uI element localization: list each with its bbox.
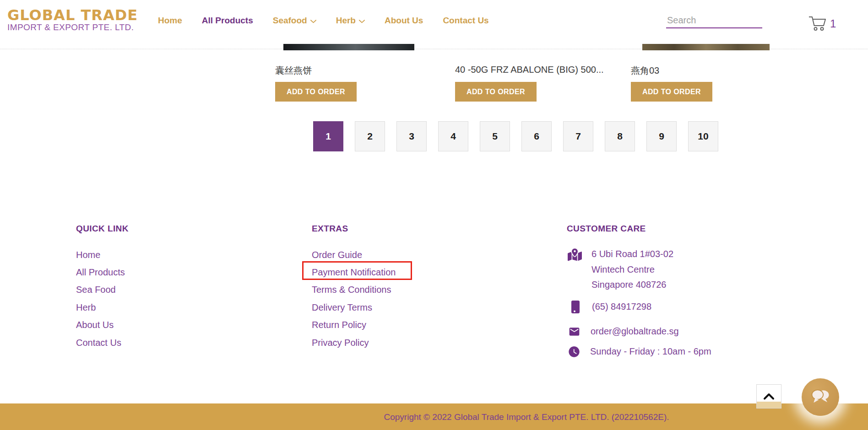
search-input[interactable] [666,15,788,27]
address-line-2: Wintech Centre [591,262,673,278]
address-line-3: Singapore 408726 [591,277,673,293]
customer-care-phone: (65) 84917298 [570,300,651,314]
main-nav: Home All Products Seafood Herb About Us … [158,0,489,41]
page-button-10[interactable]: 10 [688,121,718,151]
brand-name: GLOBAL TRADE [7,7,138,23]
add-to-order-button-2[interactable]: ADD TO ORDER [455,82,537,102]
footer-link-sea-food[interactable]: Sea Food [76,281,125,299]
page-button-7[interactable]: 7 [563,121,593,151]
chat-bubbles-icon [810,389,830,405]
product-image-1[interactable] [283,44,414,50]
footer-quick-links: Home All Products Sea Food Herb About Us… [76,246,125,351]
footer-link-delivery-terms[interactable]: Delivery Terms [312,299,396,316]
footer-link-terms-conditions[interactable]: Terms & Conditions [312,281,396,299]
brand-logo[interactable]: GLOBAL TRADE IMPORT & EXPORT PTE. LTD. [7,7,138,32]
cart-icon [808,14,829,32]
brand-subtitle: IMPORT & EXPORT PTE. LTD. [7,23,138,32]
nav-item-all-products[interactable]: All Products [202,16,253,26]
envelope-icon [568,326,581,338]
address-line-1: 6 Ubi Road 1#03-02 [591,247,673,262]
opening-hours: Sunday - Friday : 10am - 6pm [590,346,711,357]
footer-link-return-policy[interactable]: Return Policy [312,317,396,334]
email-address[interactable]: order@globaltrade.sg [591,326,679,337]
add-to-order-button-1[interactable]: ADD TO ORDER [275,82,357,102]
nav-item-about-us[interactable]: About Us [385,16,423,26]
footer-link-about-us[interactable]: About Us [76,317,125,334]
footer-extras-links: Order Guide Payment Notification Terms &… [312,246,396,351]
chat-button[interactable] [802,378,839,416]
product-name-3[interactable]: 燕角03 [631,64,659,77]
customer-care-email: order@globaltrade.sg [568,326,679,338]
scroll-to-top-button[interactable] [756,384,781,408]
phone-icon [570,300,581,314]
page-button-5[interactable]: 5 [480,121,510,151]
footer-link-order-guide[interactable]: Order Guide [312,246,396,263]
map-pin-icon [568,248,582,261]
nav-item-herb[interactable]: Herb [336,16,365,26]
search-box [666,14,762,28]
footer-link-contact-us[interactable]: Contact Us [76,334,125,351]
cart-count-badge: 1 [830,17,836,30]
nav-item-seafood[interactable]: Seafood [273,16,316,26]
product-name-1[interactable]: 囊丝燕饼 [275,64,312,77]
arrow-up-icon [763,392,775,400]
product-image-3[interactable] [642,44,770,50]
clock-icon [568,345,580,358]
add-to-order-button-3[interactable]: ADD TO ORDER [631,82,712,102]
footer-link-all-products[interactable]: All Products [76,263,125,281]
nav-item-home[interactable]: Home [158,16,182,26]
footer-heading-quick-link: QUICK LINK [76,224,129,234]
product-name-2[interactable]: 40 -50G FRZ ABALONE (BIG) 500... [455,64,604,75]
chevron-down-icon [310,20,316,23]
footer-link-privacy-policy[interactable]: Privacy Policy [312,334,396,351]
page-button-2[interactable]: 2 [355,121,385,151]
page: GLOBAL TRADE IMPORT & EXPORT PTE. LTD. H… [0,0,868,430]
page-button-4[interactable]: 4 [438,121,468,151]
page-button-8[interactable]: 8 [605,121,635,151]
footer-heading-customer-care: CUSTOMER CARE [567,224,646,234]
page-button-9[interactable]: 9 [646,121,677,151]
nav-item-contact-us[interactable]: Contact Us [443,16,488,26]
pagination: 1 2 3 4 5 6 7 8 9 10 [313,121,718,151]
chevron-down-icon [359,20,365,23]
footer-heading-extras: EXTRAS [312,224,348,234]
phone-number: (65) 84917298 [592,301,651,312]
footer-link-herb[interactable]: Herb [76,299,125,316]
page-button-1[interactable]: 1 [313,121,343,151]
customer-care-hours: Sunday - Friday : 10am - 6pm [568,345,711,358]
footer-link-home[interactable]: Home [76,246,125,263]
footer-link-payment-notification[interactable]: Payment Notification [312,263,396,281]
cart-button[interactable]: 1 [808,14,836,32]
copyright-text: Copyright © 2022 Global Trade Import & E… [185,412,868,422]
page-button-3[interactable]: 3 [396,121,427,151]
customer-care-address: 6 Ubi Road 1#03-02 Wintech Centre Singap… [568,248,673,293]
page-button-6[interactable]: 6 [521,121,552,151]
